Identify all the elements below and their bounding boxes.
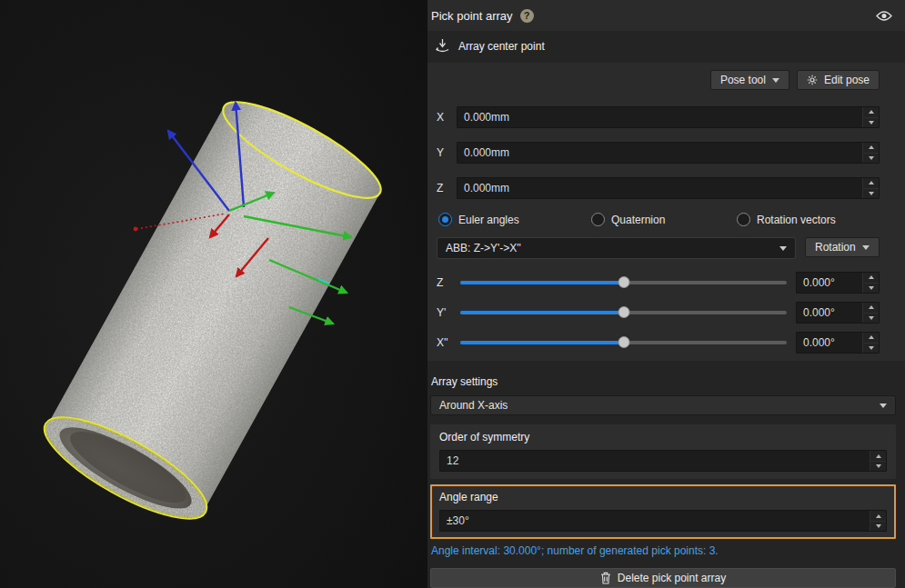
spin-down-button[interactable]	[863, 153, 879, 164]
coordinate-row: Y 0.000mm	[437, 142, 880, 164]
quaternion-label: Quaternion	[611, 214, 665, 226]
x-double-prime-rotation-slider[interactable]	[460, 333, 787, 353]
spin-up-button[interactable]	[863, 143, 879, 153]
eye-icon	[876, 10, 892, 22]
angle-range-group-highlighted: Angle range ±30°	[430, 484, 896, 539]
z-spinner	[862, 178, 879, 198]
spin-up-button[interactable]	[863, 303, 879, 313]
radio-selected-icon	[438, 213, 452, 226]
spin-down-button[interactable]	[863, 343, 879, 354]
y-prime-rotation-slider[interactable]	[460, 303, 787, 323]
slider-handle[interactable]	[618, 306, 629, 318]
order-of-symmetry-value: 12	[440, 451, 870, 471]
spin-up-button[interactable]	[863, 178, 879, 188]
chevron-down-icon	[862, 245, 870, 250]
x-double-prime-rotation-label: X''	[437, 336, 460, 349]
gear-icon	[807, 75, 818, 85]
radio-rotation-vectors[interactable]: Rotation vectors	[737, 213, 836, 226]
slider-fill	[460, 281, 624, 284]
spin-down-button[interactable]	[863, 117, 879, 128]
panel-title: Pick point array	[431, 9, 513, 23]
spin-down-button[interactable]	[863, 283, 879, 294]
z-rotation-value: 0.000°	[797, 273, 862, 293]
z-rotation-label: Z	[437, 276, 460, 289]
spin-up-button[interactable]	[863, 273, 879, 283]
chevron-down-icon	[779, 246, 787, 251]
visibility-toggle-button[interactable]	[874, 8, 894, 24]
radio-euler-angles[interactable]: Euler angles	[438, 213, 591, 226]
spin-down-button[interactable]	[863, 188, 879, 199]
array-center-point-label: Array center point	[458, 40, 545, 53]
order-of-symmetry-label: Order of symmetry	[439, 431, 887, 443]
euler-convention-value: ABB: Z->Y'->X''	[446, 242, 521, 254]
z-rotation-input[interactable]: 0.000°	[796, 272, 880, 294]
y-coordinate-input[interactable]: 0.000mm	[457, 142, 880, 164]
slider-fill	[460, 341, 624, 344]
x-double-prime-rotation-input[interactable]: 0.000°	[796, 332, 880, 354]
delete-button-label: Delete pick point array	[618, 572, 726, 584]
delete-pick-point-array-button[interactable]: Delete pick point array	[430, 568, 896, 588]
pick-point-array-panel: Pick point array ? Array center point	[427, 0, 905, 588]
edit-pose-button[interactable]: Edit pose	[797, 70, 880, 90]
y-prime-rotation-value: 0.000°	[797, 303, 862, 323]
3d-viewport[interactable]	[0, 0, 427, 588]
array-settings-title: Array settings	[431, 375, 905, 388]
array-center-point-header: Array center point	[427, 31, 905, 59]
radio-unselected-icon	[737, 213, 750, 226]
spin-up-button[interactable]	[863, 333, 879, 343]
angle-range-label: Angle range	[439, 491, 887, 503]
slider-row: X'' 0.000°	[437, 332, 880, 354]
spin-down-button[interactable]	[870, 461, 886, 472]
order-of-symmetry-input[interactable]: 12	[439, 450, 887, 472]
spin-up-button[interactable]	[870, 511, 886, 521]
angle-range-input[interactable]: ±30°	[439, 510, 887, 532]
slider-handle[interactable]	[618, 336, 629, 348]
z-coordinate-label: Z	[437, 182, 457, 194]
slider-row: Z 0.000°	[437, 272, 880, 294]
rotation-vectors-label: Rotation vectors	[757, 214, 836, 226]
rotation-mode-radios: Euler angles Quaternion Rotation vectors	[438, 213, 880, 226]
spin-up-button[interactable]	[870, 451, 886, 461]
x-double-prime-rotation-value: 0.000°	[797, 333, 862, 353]
chevron-down-icon	[880, 404, 887, 408]
z-rotation-slider[interactable]	[460, 273, 787, 293]
pose-tool-label: Pose tool	[720, 74, 766, 86]
radio-unselected-icon	[591, 213, 605, 226]
angle-interval-info: Angle interval: 30.000°; number of gener…	[431, 544, 905, 557]
x-coordinate-label: X	[437, 111, 457, 124]
euler-angles-label: Euler angles	[458, 214, 519, 226]
x-coordinate-input[interactable]: 0.000mm	[457, 106, 880, 128]
x-coordinate-value: 0.000mm	[458, 107, 862, 127]
pose-section: Pose tool Edit pose X 0.0	[427, 63, 905, 361]
z-coordinate-input[interactable]: 0.000mm	[457, 177, 880, 199]
rotation-button[interactable]: Rotation	[805, 237, 880, 257]
array-center-point-icon	[435, 38, 450, 54]
order-of-symmetry-spinner	[870, 451, 886, 471]
slider-handle[interactable]	[618, 276, 629, 288]
spin-up-button[interactable]	[863, 107, 879, 117]
y-spinner	[862, 143, 879, 163]
z-rotation-spinner	[862, 273, 879, 293]
y-prime-rotation-input[interactable]: 0.000°	[796, 302, 880, 324]
edit-pose-label: Edit pose	[824, 74, 870, 86]
z-coordinate-value: 0.000mm	[458, 178, 862, 198]
app-window: Pick point array ? Array center point	[0, 0, 905, 588]
spin-down-button[interactable]	[863, 313, 879, 324]
pose-toolbar: Pose tool Edit pose	[437, 70, 880, 90]
y-prime-rotation-label: Y'	[437, 306, 460, 319]
y-coordinate-label: Y	[437, 146, 457, 159]
help-icon[interactable]: ?	[520, 9, 534, 23]
slider-fill	[460, 311, 624, 314]
euler-convention-select[interactable]: ABB: Z->Y'->X''	[437, 237, 796, 259]
spin-down-button[interactable]	[870, 521, 886, 532]
trash-icon	[600, 572, 611, 584]
radio-quaternion[interactable]: Quaternion	[591, 213, 737, 226]
order-of-symmetry-group: Order of symmetry 12	[430, 424, 896, 479]
array-axis-select[interactable]: Around X-axis	[430, 395, 896, 415]
chevron-down-icon	[772, 78, 779, 83]
euler-convention-row: ABB: Z->Y'->X'' Rotation	[437, 237, 880, 259]
pose-tool-button[interactable]: Pose tool	[710, 70, 789, 90]
array-axis-value: Around X-axis	[439, 399, 508, 412]
point-cloud-scene	[0, 0, 427, 588]
slider-row: Y' 0.000°	[437, 302, 880, 324]
